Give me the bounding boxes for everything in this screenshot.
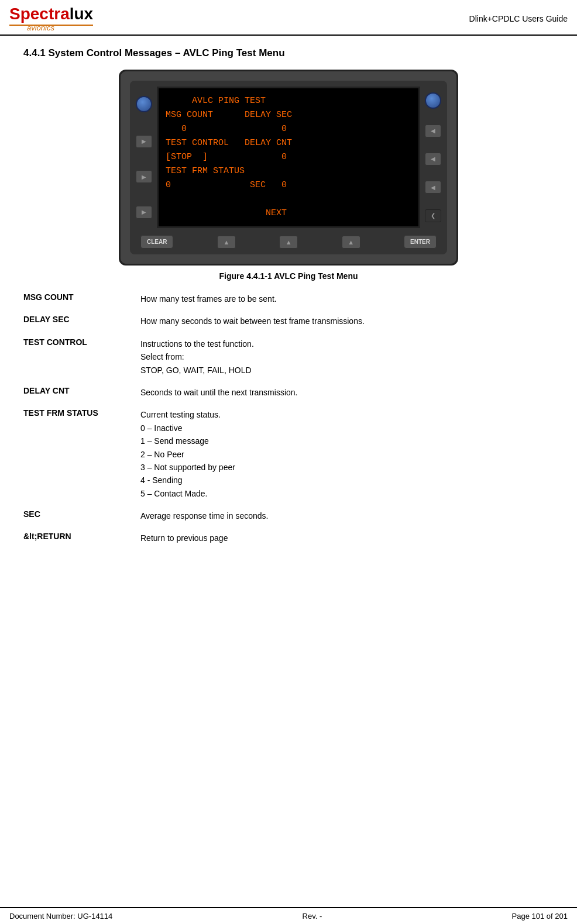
def-desc-sec: Average response time in seconds. — [140, 509, 268, 522]
screen-line-3: 0 0 — [166, 122, 411, 136]
bottom-arrow-1[interactable]: ▲ — [217, 236, 236, 249]
def-item-delay-cnt: DELAY CNT Seconds to wait until the next… — [23, 386, 554, 399]
logo-lux: lux — [70, 5, 93, 23]
chevron-icon: ❮ — [431, 212, 435, 219]
left-btn-arrow3[interactable]: ▶ — [136, 206, 152, 219]
arrow-icon-r3: ◀ — [431, 184, 435, 191]
arrow-icon-2: ▶ — [142, 174, 146, 180]
footer-rev: Rev. - — [303, 912, 322, 920]
def-desc-delay-sec: How many seconds to wait between test fr… — [140, 315, 365, 327]
screen-line-1: AVLC PING TEST — [166, 94, 411, 108]
page-footer: Document Number: UG-14114 Rev. - Page 10… — [0, 907, 577, 924]
footer-doc-number: Document Number: UG-14114 — [9, 912, 112, 920]
def-desc-return: Return to previous page — [140, 532, 228, 544]
device-container: ▶ ▶ ▶ AVLC PING TEST MSG COUNT DELAY SEC… — [23, 70, 554, 266]
def-term-delay-cnt: DELAY CNT — [23, 386, 140, 395]
enter-button[interactable]: ENTER — [404, 235, 437, 249]
bottom-arrow-3[interactable]: ▲ — [342, 236, 360, 249]
def-desc-test-control: Instructions to the test function. Selec… — [140, 337, 254, 377]
logo-avionics: avionics — [9, 23, 54, 32]
device-main-row: ▶ ▶ ▶ AVLC PING TEST MSG COUNT DELAY SEC… — [136, 87, 441, 228]
def-desc-test-frm-status: Current testing status. 0 – Inactive 1 –… — [140, 408, 235, 500]
arrow-icon-r1: ◀ — [431, 127, 435, 134]
def-term-test-control: TEST CONTROL — [23, 337, 140, 347]
def-term-sec: SEC — [23, 509, 140, 519]
screen-line-6: TEST FRM STATUS — [166, 164, 411, 178]
left-btn-arrow1[interactable]: ▶ — [136, 135, 152, 148]
def-desc-msg-count: How many test frames are to be sent. — [140, 292, 277, 305]
arrow-icon-3: ▶ — [142, 209, 146, 215]
screen-line-7: 0 SEC 0 — [166, 178, 411, 192]
right-btn-chevron[interactable]: ❮ — [425, 209, 441, 222]
left-btn-arrow2[interactable]: ▶ — [136, 170, 152, 183]
def-item-return: &lt;RETURN Return to previous page — [23, 532, 554, 544]
def-term-delay-sec: DELAY SEC — [23, 315, 140, 324]
definition-list: MSG COUNT How many test frames are to be… — [23, 292, 554, 545]
clear-button[interactable]: CLEAR — [140, 235, 173, 249]
def-item-sec: SEC Average response time in seconds. — [23, 509, 554, 522]
header-title: Dlink+CPDLC Users Guide — [469, 14, 568, 23]
left-btn-top[interactable] — [136, 96, 152, 112]
device-inner: ▶ ▶ ▶ AVLC PING TEST MSG COUNT DELAY SEC… — [130, 81, 447, 254]
right-btn-top[interactable] — [425, 92, 441, 109]
logo: Spectralux avionics — [9, 5, 93, 32]
arrow-icon-1: ▶ — [142, 138, 146, 144]
right-side-buttons: ◀ ◀ ◀ ❮ — [425, 87, 441, 228]
screen-line-8 — [166, 192, 411, 206]
device-bottom-buttons: CLEAR ▲ ▲ ▲ ENTER — [136, 235, 441, 249]
arrow-icon-r2: ◀ — [431, 156, 435, 162]
footer-page: Page 101 of 201 — [512, 912, 568, 920]
screen-line-5: [STOP ] 0 — [166, 150, 411, 164]
def-desc-delay-cnt: Seconds to wait until the next transmiss… — [140, 386, 297, 399]
right-btn-arrow3[interactable]: ◀ — [425, 181, 441, 194]
logo-spectra: Spectra — [9, 5, 70, 23]
device-screen: AVLC PING TEST MSG COUNT DELAY SEC 0 0 T… — [157, 87, 420, 228]
screen-line-4: TEST CONTROL DELAY CNT — [166, 136, 411, 150]
def-term-msg-count: MSG COUNT — [23, 292, 140, 302]
bottom-arrow-2[interactable]: ▲ — [279, 236, 298, 249]
left-side-buttons: ▶ ▶ ▶ — [136, 87, 152, 228]
def-term-test-frm-status: TEST FRM STATUS — [23, 408, 140, 418]
logo-text: Spectralux — [9, 5, 93, 23]
right-btn-arrow2[interactable]: ◀ — [425, 153, 441, 166]
page-content: 4.4.1 System Control Messages – AVLC Pin… — [0, 36, 577, 566]
section-heading: 4.4.1 System Control Messages – AVLC Pin… — [23, 47, 554, 59]
screen-line-2: MSG COUNT DELAY SEC — [166, 108, 411, 122]
device-mockup: ▶ ▶ ▶ AVLC PING TEST MSG COUNT DELAY SEC… — [119, 70, 458, 266]
figure-caption: Figure 4.4.1-1 AVLC Ping Test Menu — [23, 271, 554, 281]
right-btn-arrow1[interactable]: ◀ — [425, 125, 441, 137]
page-header: Spectralux avionics Dlink+CPDLC Users Gu… — [0, 0, 577, 36]
def-item-test-frm-status: TEST FRM STATUS Current testing status. … — [23, 408, 554, 500]
def-term-return: &lt;RETURN — [23, 532, 140, 541]
def-item-test-control: TEST CONTROL Instructions to the test fu… — [23, 337, 554, 377]
screen-line-9: NEXT — [166, 206, 411, 220]
def-item-msg-count: MSG COUNT How many test frames are to be… — [23, 292, 554, 305]
def-item-delay-sec: DELAY SEC How many seconds to wait betwe… — [23, 315, 554, 327]
